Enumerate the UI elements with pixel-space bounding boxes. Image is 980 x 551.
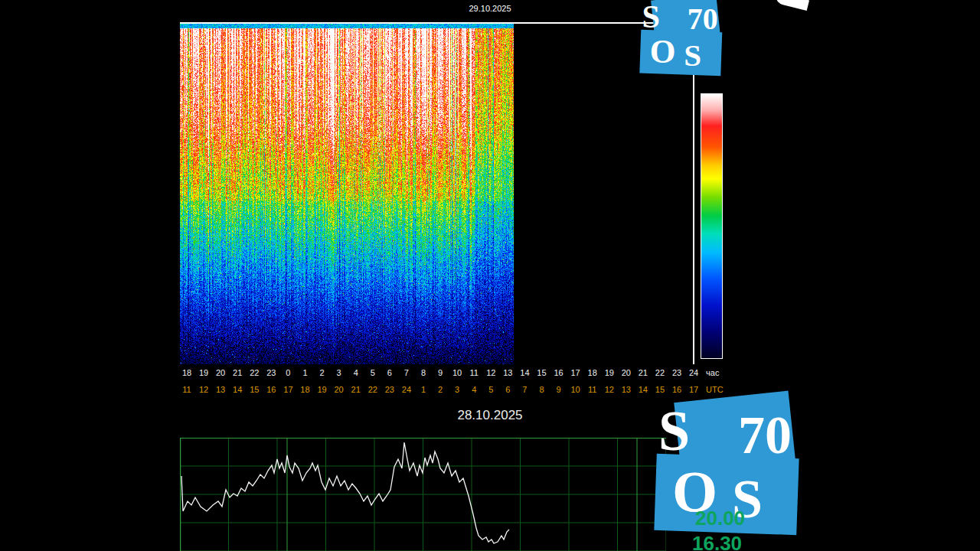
- axis-tick-label: 11: [588, 385, 596, 394]
- logo-letter-s: S: [642, 1, 660, 33]
- axis-tick-label: 22: [250, 368, 259, 377]
- axis-tick-label: 24: [402, 385, 411, 394]
- axis-tick-label: 21: [639, 368, 648, 377]
- axis-tick-label: 21: [351, 385, 361, 394]
- axis-tick-label: 15: [537, 368, 546, 377]
- axis-tick-label: 17: [689, 385, 698, 394]
- amplitude-date-label: 28.10.2025: [425, 408, 555, 423]
- axis-tick-label: 18: [300, 385, 309, 394]
- axis-tick-label: 1: [302, 368, 307, 377]
- axis-tick-label: 14: [233, 385, 242, 394]
- axis-tick-label: 10: [570, 385, 580, 394]
- time-label-start: 20.00: [695, 508, 745, 528]
- axis-tick-label: 0: [286, 368, 290, 377]
- axis-tick-label: 6: [505, 385, 510, 394]
- axis-tick-label: 4: [472, 385, 476, 394]
- axis-tick-label: 10: [452, 368, 462, 377]
- axis-tick-label: 20: [216, 368, 225, 377]
- axis-tick-label: 9: [556, 385, 560, 394]
- axis-tick-label: 8: [421, 368, 426, 377]
- axis-tick-label: 23: [385, 385, 394, 394]
- axis-tick-label: 7: [522, 385, 527, 394]
- logo-letter-s: S: [684, 40, 701, 71]
- axis-tick-label: 20: [622, 368, 631, 377]
- axis-tick-label: 20: [335, 385, 344, 394]
- axis-tick-label: 11: [469, 368, 478, 377]
- axis-unit-label: час: [706, 368, 719, 377]
- axis-tick-label: 14: [639, 385, 648, 394]
- axis-tick-label: 16: [672, 385, 681, 394]
- axis-tick-label: 5: [488, 385, 493, 394]
- axis-tick-label: 2: [319, 368, 324, 377]
- axis-tick-label: 19: [199, 368, 208, 377]
- axis-tick-label: 3: [455, 385, 459, 394]
- axis-tick-label: 13: [216, 385, 225, 394]
- logo-number-70: 70: [688, 4, 718, 34]
- logo-number-70: 70: [738, 409, 792, 462]
- colorbar: [701, 93, 723, 359]
- axis-tick-label: 14: [520, 368, 529, 377]
- axis-tick-label: 17: [283, 385, 292, 394]
- amplitude-chart: [180, 438, 666, 551]
- axis-tick-label: 24: [689, 368, 698, 377]
- axis-tick-label: 11: [182, 385, 191, 394]
- axis-tick-label: 21: [233, 368, 242, 377]
- logo-letter-s: S: [658, 403, 690, 459]
- axis-unit-label: UTC: [706, 385, 724, 394]
- axis-tick-label: 19: [605, 368, 614, 377]
- axis-tick-label: 4: [354, 368, 358, 377]
- axis-tick-label: 7: [404, 368, 409, 377]
- spectrogram-date-label: 29.10.2025: [429, 4, 551, 13]
- axis-tick-label: 23: [672, 368, 681, 377]
- axis-tick-label: 17: [570, 368, 580, 377]
- sos70-logo-top: S 70 O S: [639, 0, 726, 76]
- axis-tick-label: 5: [371, 368, 375, 377]
- plot-top-border: [180, 22, 694, 24]
- axis-tick-label: 15: [250, 385, 259, 394]
- axis-tick-label: 12: [199, 385, 208, 394]
- axis-tick-label: 13: [503, 368, 512, 377]
- axis-tick-label: 3: [337, 368, 341, 377]
- x-axis-local-hours: 1819202122230123456789101112131415161718…: [180, 368, 750, 379]
- schumann-spectrogram: [180, 24, 514, 364]
- amplitude-trace: [181, 442, 509, 543]
- axis-tick-label: 16: [266, 385, 276, 394]
- axis-tick-label: 13: [622, 385, 631, 394]
- axis-tick-label: 2: [438, 385, 443, 394]
- axis-tick-label: 19: [317, 385, 326, 394]
- logo-letter-o: O: [650, 34, 676, 67]
- axis-tick-label: 18: [588, 368, 597, 377]
- axis-tick-label: 18: [182, 368, 191, 377]
- axis-tick-label: 23: [266, 368, 276, 377]
- axis-tick-label: 8: [539, 385, 544, 394]
- axis-tick-label: 12: [486, 368, 495, 377]
- time-label-end: 16.30: [692, 533, 742, 551]
- axis-tick-label: 9: [438, 368, 443, 377]
- axis-tick-label: 22: [655, 368, 665, 377]
- axis-tick-label: 12: [605, 385, 614, 394]
- axis-tick-label: 1: [421, 385, 426, 394]
- axis-tick-label: 15: [655, 385, 665, 394]
- axis-tick-label: 6: [387, 368, 392, 377]
- axis-tick-label: 16: [554, 368, 563, 377]
- axis-tick-label: 22: [368, 385, 377, 394]
- x-axis-utc-hours: 1112131415161718192021222324123456789101…: [180, 385, 750, 396]
- corner-white-shape: [774, 0, 809, 11]
